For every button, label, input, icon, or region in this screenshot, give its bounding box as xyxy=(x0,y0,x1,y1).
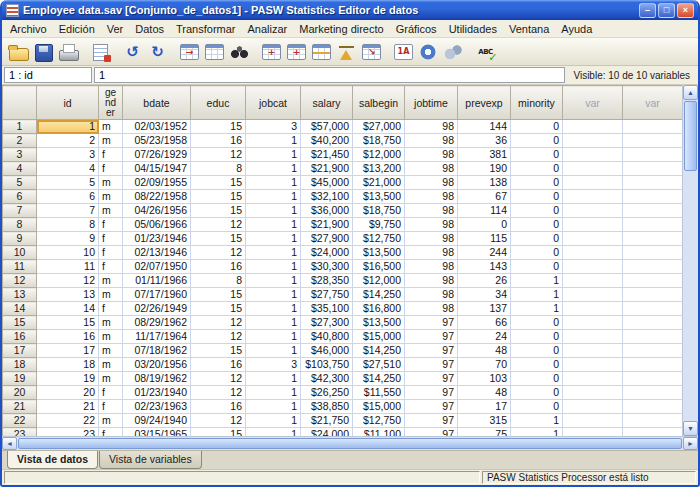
cell-gender-row20[interactable]: f xyxy=(99,386,123,400)
row-header-12[interactable]: 12 xyxy=(3,274,37,288)
cell-jobcat-row5[interactable]: 1 xyxy=(246,176,301,190)
cell-educ-row20[interactable]: 12 xyxy=(191,386,246,400)
cell-id-row12[interactable]: 12 xyxy=(37,274,99,288)
cell-salbegin-row18[interactable]: $27,510 xyxy=(353,358,405,372)
cell-educ-row8[interactable]: 12 xyxy=(191,218,246,232)
open-data-icon[interactable] xyxy=(7,42,30,62)
column-header-educ[interactable]: educ xyxy=(191,86,246,120)
column-header-prevexp[interactable]: prevexp xyxy=(458,86,511,120)
goto-case-icon[interactable]: → xyxy=(180,44,199,60)
row-header-18[interactable]: 18 xyxy=(3,358,37,372)
cell-gender-row7[interactable]: m xyxy=(99,204,123,218)
cell-educ-row4[interactable]: 8 xyxy=(191,162,246,176)
cell-salbegin-row19[interactable]: $14,250 xyxy=(353,372,405,386)
cell-bdate-row11[interactable]: 02/07/1950 xyxy=(123,260,191,274)
row-header-17[interactable]: 17 xyxy=(3,344,37,358)
cell-jobtime-row21[interactable]: 97 xyxy=(405,400,458,414)
cell-id-row15[interactable]: 15 xyxy=(37,316,99,330)
cell-var2-row16[interactable] xyxy=(623,330,683,344)
cell-jobcat-row14[interactable]: 1 xyxy=(246,302,301,316)
spell-check-icon[interactable]: ABC xyxy=(474,42,497,62)
cell-gender-row2[interactable]: m xyxy=(99,134,123,148)
use-variable-sets-icon[interactable] xyxy=(417,42,440,62)
cell-jobcat-row17[interactable]: 1 xyxy=(246,344,301,358)
cell-salary-row6[interactable]: $32,100 xyxy=(301,190,353,204)
cell-var1-row7[interactable] xyxy=(563,204,623,218)
cell-var1-row17[interactable] xyxy=(563,344,623,358)
cell-minority-row4[interactable]: 0 xyxy=(511,162,563,176)
cell-prevexp-row19[interactable]: 103 xyxy=(458,372,511,386)
cell-salary-row9[interactable]: $27,900 xyxy=(301,232,353,246)
cell-minority-row10[interactable]: 0 xyxy=(511,246,563,260)
close-button[interactable]: × xyxy=(677,3,694,18)
cell-gender-row4[interactable]: f xyxy=(99,162,123,176)
cell-var2-row4[interactable] xyxy=(623,162,683,176)
scroll-right-icon[interactable]: ► xyxy=(683,437,698,450)
cell-jobtime-row13[interactable]: 98 xyxy=(405,288,458,302)
cell-jobcat-row4[interactable]: 1 xyxy=(246,162,301,176)
cell-var2-row1[interactable] xyxy=(623,120,683,134)
cell-salbegin-row5[interactable]: $21,000 xyxy=(353,176,405,190)
cell-jobtime-row10[interactable]: 98 xyxy=(405,246,458,260)
cell-educ-row12[interactable]: 8 xyxy=(191,274,246,288)
row-header-6[interactable]: 6 xyxy=(3,190,37,204)
cell-jobtime-row12[interactable]: 98 xyxy=(405,274,458,288)
cell-jobtime-row15[interactable]: 97 xyxy=(405,316,458,330)
cell-id-row2[interactable]: 2 xyxy=(37,134,99,148)
cell-salary-row11[interactable]: $30,300 xyxy=(301,260,353,274)
row-header-10[interactable]: 10 xyxy=(3,246,37,260)
cell-bdate-row5[interactable]: 02/09/1955 xyxy=(123,176,191,190)
cell-prevexp-row4[interactable]: 190 xyxy=(458,162,511,176)
cell-salary-row3[interactable]: $21,450 xyxy=(301,148,353,162)
vertical-scroll-track[interactable] xyxy=(683,172,698,421)
cell-educ-row15[interactable]: 12 xyxy=(191,316,246,330)
cell-educ-row5[interactable]: 15 xyxy=(191,176,246,190)
cell-var1-row9[interactable] xyxy=(563,232,623,246)
cell-jobtime-row4[interactable]: 98 xyxy=(405,162,458,176)
cell-minority-row1[interactable]: 0 xyxy=(511,120,563,134)
cell-id-row4[interactable]: 4 xyxy=(37,162,99,176)
cell-var1-row10[interactable] xyxy=(563,246,623,260)
cell-var1-row21[interactable] xyxy=(563,400,623,414)
cell-id-row11[interactable]: 11 xyxy=(37,260,99,274)
cell-educ-row21[interactable]: 16 xyxy=(191,400,246,414)
cell-jobtime-row5[interactable]: 98 xyxy=(405,176,458,190)
cell-bdate-row21[interactable]: 02/23/1963 xyxy=(123,400,191,414)
column-header-bdate[interactable]: bdate xyxy=(123,86,191,120)
cell-jobcat-row15[interactable]: 1 xyxy=(246,316,301,330)
cell-var2-row14[interactable] xyxy=(623,302,683,316)
cell-educ-row9[interactable]: 15 xyxy=(191,232,246,246)
cell-salbegin-row4[interactable]: $13,200 xyxy=(353,162,405,176)
row-header-5[interactable]: 5 xyxy=(3,176,37,190)
cell-salbegin-row15[interactable]: $13,500 xyxy=(353,316,405,330)
cell-salary-row13[interactable]: $27,750 xyxy=(301,288,353,302)
cell-salbegin-row14[interactable]: $16,800 xyxy=(353,302,405,316)
cell-bdate-row6[interactable]: 08/22/1958 xyxy=(123,190,191,204)
menu-ayuda[interactable]: Ayuda xyxy=(555,21,598,37)
menu-gr-ficos[interactable]: Gráficos xyxy=(390,21,443,37)
menu-marketing-directo[interactable]: Marketing directo xyxy=(293,21,389,37)
cell-var2-row7[interactable] xyxy=(623,204,683,218)
cell-salary-row16[interactable]: $40,800 xyxy=(301,330,353,344)
column-header-var2[interactable]: var xyxy=(623,86,683,120)
cell-jobtime-row22[interactable]: 97 xyxy=(405,414,458,428)
cell-educ-row14[interactable]: 15 xyxy=(191,302,246,316)
row-header-14[interactable]: 14 xyxy=(3,302,37,316)
cell-prevexp-row11[interactable]: 143 xyxy=(458,260,511,274)
cell-jobcat-row6[interactable]: 1 xyxy=(246,190,301,204)
cell-jobtime-row14[interactable]: 98 xyxy=(405,302,458,316)
cell-bdate-row17[interactable]: 07/18/1962 xyxy=(123,344,191,358)
split-file-icon[interactable] xyxy=(312,44,331,60)
cell-jobcat-row2[interactable]: 1 xyxy=(246,134,301,148)
cell-jobtime-row17[interactable]: 97 xyxy=(405,344,458,358)
cell-id-row3[interactable]: 3 xyxy=(37,148,99,162)
cell-jobtime-row11[interactable]: 98 xyxy=(405,260,458,274)
cell-gender-row21[interactable]: f xyxy=(99,400,123,414)
cell-var2-row2[interactable] xyxy=(623,134,683,148)
cell-salbegin-row11[interactable]: $16,500 xyxy=(353,260,405,274)
menu-ver[interactable]: Ver xyxy=(101,21,130,37)
cell-var1-row8[interactable] xyxy=(563,218,623,232)
cell-bdate-row7[interactable]: 04/26/1956 xyxy=(123,204,191,218)
cell-jobtime-row2[interactable]: 98 xyxy=(405,134,458,148)
row-header-15[interactable]: 15 xyxy=(3,316,37,330)
